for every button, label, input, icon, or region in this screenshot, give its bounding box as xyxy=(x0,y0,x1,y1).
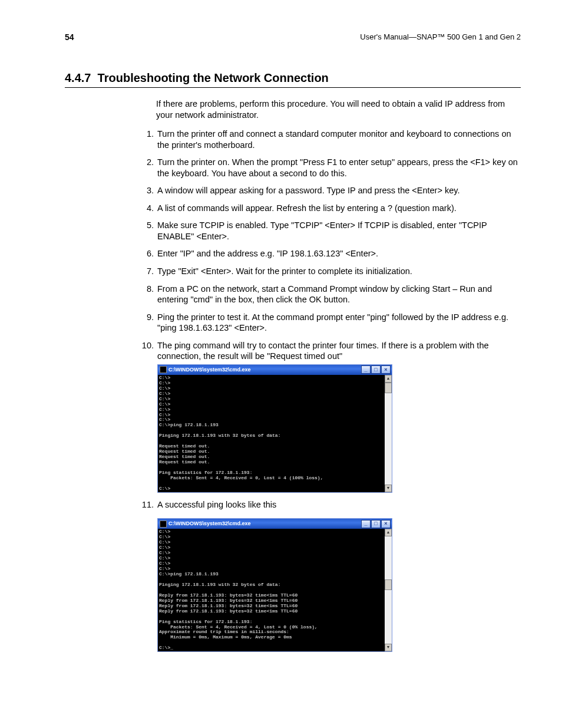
scrollbar[interactable]: ▲ ▼ xyxy=(385,375,392,492)
step-text: The ping command will try to contact the… xyxy=(157,341,489,361)
maximize-button[interactable]: □ xyxy=(371,365,381,374)
step-text: A successful ping looks like this xyxy=(157,500,276,509)
intro-paragraph: If there are problems, perform this proc… xyxy=(156,98,521,120)
cmd-title: C:\WINDOWS\system32\cmd.exe xyxy=(168,367,359,374)
cmd-titlebar: C:\WINDOWS\system32\cmd.exe _ □ × xyxy=(158,519,392,529)
close-button[interactable]: × xyxy=(381,365,391,374)
minimize-button[interactable]: _ xyxy=(361,365,371,374)
step-item: A list of commands will appear. Refresh … xyxy=(156,203,521,214)
step-item: From a PC on the network, start a Comman… xyxy=(156,284,521,305)
close-button[interactable]: × xyxy=(381,520,391,528)
scroll-track[interactable] xyxy=(385,536,392,644)
section-heading: 4.4.7 Troubleshooting the Network Connec… xyxy=(65,71,521,86)
step-item: Ping the printer to test it. At the comm… xyxy=(156,312,521,334)
step-item: A window will appear asking for a passwo… xyxy=(156,185,521,196)
document-page: 54 User's Manual—SNAP™ 500 Gen 1 and Gen… xyxy=(0,0,562,728)
window-controls: _ □ × xyxy=(361,365,391,374)
page-header: 54 User's Manual—SNAP™ 500 Gen 1 and Gen… xyxy=(65,32,521,42)
cmd-window-failed: C:\WINDOWS\system32\cmd.exe _ □ × C:\> C… xyxy=(157,364,392,493)
cmd-title: C:\WINDOWS\system32\cmd.exe xyxy=(168,521,359,528)
cmd-window-success: C:\WINDOWS\system32\cmd.exe _ □ × C:\> C… xyxy=(157,518,392,652)
scroll-track[interactable] xyxy=(385,383,392,485)
step-item: Turn the printer on. When the prompt "Pr… xyxy=(156,157,521,179)
cmd-body: C:\> C:\> C:\> C:\> C:\> C:\> C:\> C:\> … xyxy=(158,375,392,492)
doc-title-header: User's Manual—SNAP™ 500 Gen 1 and Gen 2 xyxy=(360,32,521,42)
section-title-text: Troubleshooting the Network Connection xyxy=(98,71,329,84)
cmd-output: C:\> C:\> C:\> C:\> C:\> C:\> C:\> C:\> … xyxy=(158,529,385,651)
step-item: Enter "IP" and the address e.g. "IP 198.… xyxy=(156,248,521,259)
step-item: Type "Exit" <Enter>. Wait for the printe… xyxy=(156,266,521,277)
scroll-up-icon[interactable]: ▲ xyxy=(385,375,392,383)
cmd-icon xyxy=(160,521,167,528)
scrollbar[interactable]: ▲ ▼ xyxy=(385,529,392,651)
scroll-down-icon[interactable]: ▼ xyxy=(385,485,392,492)
scroll-up-icon[interactable]: ▲ xyxy=(385,529,392,536)
cmd-output-text: C:\> C:\> C:\> C:\> C:\> C:\> C:\> C:\> … xyxy=(159,375,384,492)
scroll-down-icon[interactable]: ▼ xyxy=(385,644,392,651)
scroll-thumb[interactable] xyxy=(385,579,392,590)
steps-list: Turn the printer off and connect a stand… xyxy=(141,129,521,652)
cmd-icon xyxy=(160,366,167,373)
scroll-thumb[interactable] xyxy=(385,383,392,393)
minimize-button[interactable]: _ xyxy=(361,520,371,528)
step-item: Turn the printer off and connect a stand… xyxy=(156,129,521,150)
step-item: Make sure TCPIP is enabled. Type "TCPIP"… xyxy=(156,220,521,242)
cmd-output: C:\> C:\> C:\> C:\> C:\> C:\> C:\> C:\> … xyxy=(158,375,385,492)
step-item: The ping command will try to contact the… xyxy=(156,340,521,493)
cmd-titlebar: C:\WINDOWS\system32\cmd.exe _ □ × xyxy=(158,365,392,375)
page-number: 54 xyxy=(65,32,74,42)
cmd-body: C:\> C:\> C:\> C:\> C:\> C:\> C:\> C:\> … xyxy=(158,529,392,651)
section-number: 4.4.7 xyxy=(65,71,91,84)
cmd-output-text: C:\> C:\> C:\> C:\> C:\> C:\> C:\> C:\> … xyxy=(159,529,384,651)
maximize-button[interactable]: □ xyxy=(371,520,381,528)
window-controls: _ □ × xyxy=(361,520,391,528)
content-body: If there are problems, perform this proc… xyxy=(156,98,521,652)
heading-rule xyxy=(65,87,521,88)
step-item: A successful ping looks like this C:\WIN… xyxy=(156,499,521,652)
